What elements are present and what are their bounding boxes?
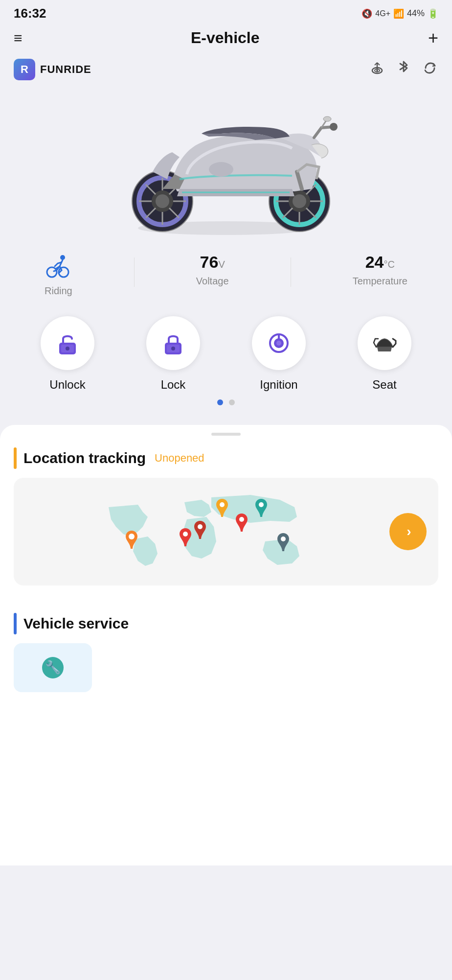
status-time: 16:32	[14, 6, 46, 21]
map-visual	[14, 478, 389, 585]
pagination-dots	[10, 392, 442, 415]
voltage-value: 76V	[200, 253, 225, 272]
bluetooth-icon[interactable]	[396, 60, 411, 80]
arrow-right-icon: ›	[407, 524, 411, 539]
svg-point-36	[47, 267, 57, 277]
location-tracking-section: Location tracking Unopened	[0, 447, 452, 599]
stat-riding: Riding	[45, 253, 72, 297]
share-icon[interactable]	[422, 60, 438, 80]
stat-divider-1	[134, 257, 135, 287]
seat-label: Seat	[372, 378, 396, 392]
lock-button[interactable]	[146, 316, 200, 370]
controls-section: Unlock Lock	[0, 311, 452, 425]
connectivity-icon[interactable]	[369, 60, 385, 80]
add-vehicle-button[interactable]: +	[428, 29, 438, 47]
stats-row: Riding 76V Voltage 24°C Temperature	[0, 248, 452, 311]
svg-point-52	[259, 502, 264, 507]
svg-point-10	[156, 194, 169, 208]
bottom-panel: Location tracking Unopened	[0, 425, 452, 865]
vehicle-service-header: Vehicle service	[14, 613, 438, 634]
seat-control[interactable]: Seat	[358, 316, 411, 392]
map-card[interactable]: ›	[14, 478, 438, 585]
service-card-1[interactable]: 🔧	[14, 643, 92, 692]
svg-point-22	[293, 194, 306, 208]
scooter-image	[104, 91, 348, 238]
svg-point-33	[209, 162, 233, 177]
panel-handle[interactable]	[211, 433, 241, 436]
unlock-button[interactable]	[41, 316, 94, 370]
location-tracking-status: Unopened	[155, 452, 204, 465]
lock-label: Lock	[161, 378, 186, 392]
svg-point-48	[183, 532, 188, 537]
stat-divider-2	[291, 257, 291, 287]
status-icons: 🔇 4G+ 📶 44% 🔋	[362, 8, 438, 19]
brand-logo: R FUNRIDE	[14, 59, 91, 80]
brand-name: FUNRIDE	[40, 63, 91, 76]
svg-point-46	[276, 341, 281, 346]
riding-icon	[45, 253, 72, 281]
riding-label: Riding	[45, 285, 72, 297]
location-tracking-arrow-button[interactable]: ›	[389, 513, 427, 550]
svg-point-32	[323, 117, 331, 121]
svg-point-53	[281, 537, 286, 541]
app-header: ≡ E-vehicle +	[0, 25, 452, 55]
temperature-label: Temperature	[353, 276, 407, 287]
vehicle-service-section: Vehicle service 🔧	[0, 599, 452, 697]
vehicle-image-area	[0, 86, 452, 248]
svg-point-50	[239, 517, 244, 522]
controls-row: Unlock Lock	[10, 316, 442, 392]
seat-button[interactable]	[358, 316, 411, 370]
service-section-indicator	[14, 613, 17, 634]
stat-voltage: 76V Voltage	[196, 253, 229, 287]
brand-icon: R	[14, 59, 35, 80]
battery-icon: 🔋	[428, 8, 438, 19]
temperature-value: 24°C	[365, 253, 395, 272]
service-cards: 🔧	[14, 643, 438, 697]
network-bars-icon: 📶	[393, 8, 404, 19]
brand-row: R FUNRIDE	[0, 55, 452, 86]
signal-icon: 4G+	[375, 9, 390, 18]
svg-point-39	[66, 347, 69, 350]
unlock-control[interactable]: Unlock	[41, 316, 94, 392]
ignition-label: Ignition	[260, 378, 297, 392]
unlock-label: Unlock	[49, 378, 85, 392]
hamburger-menu-button[interactable]: ≡	[14, 31, 23, 46]
page-title: E-vehicle	[191, 29, 260, 47]
svg-point-51	[220, 502, 225, 507]
pagination-dot-2[interactable]	[229, 399, 235, 405]
svg-rect-45	[278, 334, 280, 340]
voltage-label: Voltage	[196, 276, 229, 287]
ignition-control[interactable]: Ignition	[252, 316, 306, 392]
brand-action-icons	[369, 60, 438, 80]
svg-point-42	[171, 347, 175, 350]
location-tracking-header: Location tracking Unopened	[14, 447, 438, 469]
battery-percent: 44%	[407, 8, 425, 19]
vehicle-service-title: Vehicle service	[23, 615, 129, 632]
svg-point-2	[376, 70, 378, 71]
ignition-button[interactable]	[252, 316, 306, 370]
status-bar: 16:32 🔇 4G+ 📶 44% 🔋	[0, 0, 452, 25]
svg-point-31	[330, 123, 338, 131]
lock-control[interactable]: Lock	[146, 316, 200, 392]
mute-icon: 🔇	[362, 8, 372, 19]
stat-temperature: 24°C Temperature	[353, 253, 407, 287]
svg-point-47	[129, 534, 135, 539]
pagination-dot-1[interactable]	[217, 399, 223, 405]
location-section-indicator	[14, 447, 17, 469]
location-tracking-title: Location tracking	[23, 450, 146, 467]
svg-point-49	[198, 524, 203, 529]
svg-text:🔧: 🔧	[45, 659, 61, 675]
